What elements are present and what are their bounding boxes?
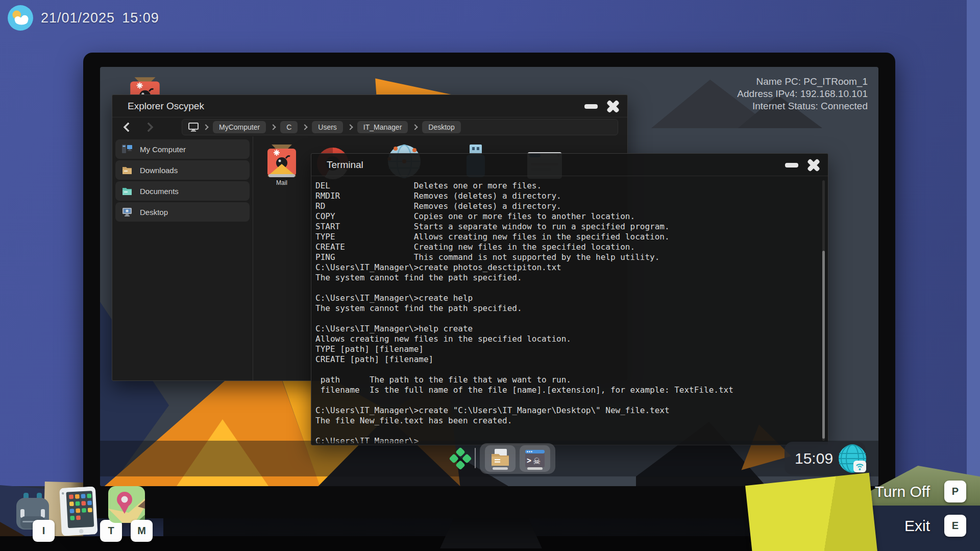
terminal-line: DEL Deletes one or more files.: [315, 181, 818, 191]
terminal-title: Terminal: [327, 159, 363, 171]
hud-time-text: 15:09: [122, 10, 159, 26]
breadcrumb-chevron: [347, 124, 353, 130]
clover-start-icon: [448, 446, 473, 471]
keycap-inventory: I: [33, 520, 55, 542]
tablet-icon: [59, 486, 98, 536]
terminal-line: The file New_file.text has been created.: [315, 416, 818, 426]
breadcrumb-chevron: [412, 124, 418, 130]
map-icon: [108, 486, 145, 523]
globe-wifi-icon: [837, 443, 868, 474]
monitor-bezel: Name PC: PC_ITRoom_1 Address IPv4: 192.1…: [83, 53, 895, 518]
breadcrumb-chevron: [302, 124, 308, 130]
file-item-mail[interactable]: Mail: [260, 139, 303, 186]
svg-text:>: >: [527, 456, 531, 465]
terminal-line: RD Removes (deletes) a directory.: [315, 201, 818, 211]
keycap-letter: E: [952, 520, 959, 532]
pc-screen: Name PC: PC_ITRoom_1 Address IPv4: 192.1…: [100, 67, 878, 486]
terminal-line: [315, 395, 818, 405]
terminal-line: C:\Users\IT_Manager\>create help: [315, 293, 818, 303]
terminal-line: [315, 365, 818, 375]
pc-internet-status: Internet Status: Connected: [737, 100, 868, 112]
terminal-line: RMDIR Removes (deletes) a directory.: [315, 191, 818, 201]
map-button[interactable]: [108, 486, 145, 525]
sticky-note: [745, 473, 878, 551]
minimize-button[interactable]: [584, 104, 598, 109]
internet-status-button[interactable]: [837, 443, 868, 476]
weather-icon: [7, 5, 34, 31]
terminal-line: [315, 426, 818, 436]
terminal-output: DEL Deletes one or more files. RMDIR Rem…: [315, 179, 818, 443]
keycap-exit: E: [944, 515, 966, 537]
sidebar-divider: [253, 136, 253, 380]
terminal-line: C:\Users\IT_Manager\>create photos_desct…: [315, 262, 818, 273]
keycap-map: M: [131, 520, 153, 542]
breadcrumb-item-desktop[interactable]: Desktop: [422, 121, 460, 133]
turn-off-label: Turn Off: [875, 483, 930, 500]
breadcrumb-chevron: [270, 124, 276, 130]
terminal-line: filename Is the full name of the file [n…: [315, 385, 818, 395]
terminal-line: TYPE [path] [filename]: [315, 344, 818, 354]
tablet-button[interactable]: [59, 486, 98, 538]
explorer-sidebar: My Computer Downloads: [115, 139, 250, 223]
wall-edge-band: [967, 0, 980, 551]
terminal-line: C:\Users\IT_Manager\>help create: [315, 324, 818, 334]
sidebar-item-documents[interactable]: Documents: [115, 181, 250, 201]
terminal-scrollbar-thumb[interactable]: [822, 251, 825, 439]
breadcrumb-chevron: [203, 124, 208, 130]
breadcrumb-item-itmanager[interactable]: IT_Manager: [357, 121, 408, 133]
start-button[interactable]: [448, 446, 473, 473]
terminal-line: COPY Copies one or more files to another…: [315, 211, 818, 222]
terminal-line: The system cannot find the path specifie…: [315, 303, 818, 314]
turn-off-button[interactable]: Turn Off: [875, 483, 930, 500]
sidebar-item-downloads[interactable]: Downloads: [115, 160, 250, 180]
breadcrumb-item-mycomputer[interactable]: MyComputer: [213, 121, 266, 133]
explorer-title: Explorer Oscypek: [128, 101, 204, 112]
explorer-navbar: MyComputer C Users IT_Manager Desktop: [112, 118, 627, 136]
close-button[interactable]: [606, 99, 620, 113]
running-indicator: [527, 467, 543, 470]
pc-ip: Address IPv4: 192.168.10.101: [737, 88, 868, 100]
terminal-line: Allows creating new files in the specifi…: [315, 334, 818, 344]
taskbar-app-explorer[interactable]: [485, 445, 516, 472]
terminal-line: path The path to the file that we want t…: [315, 375, 818, 385]
forward-button[interactable]: [143, 122, 154, 132]
close-button[interactable]: [806, 158, 821, 172]
taskbar-separator: [475, 448, 476, 468]
terminal-titlebar[interactable]: Terminal: [311, 154, 828, 176]
taskbar-clock: 15:09: [795, 442, 833, 475]
exit-button[interactable]: Exit: [904, 517, 930, 535]
terminal-line: C:\Users\IT_Manager\>create "C:\Users\IT…: [315, 405, 818, 416]
back-button[interactable]: [123, 122, 133, 132]
taskbar: > ☠ 15:09: [100, 441, 878, 476]
file-label: Mail: [260, 179, 303, 186]
computer-icon: [121, 143, 133, 155]
terminal-line: [315, 283, 818, 293]
downloads-folder-icon: [121, 164, 133, 176]
monitor-stand: [440, 517, 542, 548]
breadcrumb-item-users[interactable]: Users: [312, 121, 343, 133]
minimize-button[interactable]: [785, 163, 798, 167]
keycap-turn-off: P: [944, 481, 966, 502]
keycap-letter: T: [108, 525, 114, 537]
keycap-letter: M: [137, 525, 146, 537]
terminal-line: [315, 314, 818, 324]
mail-bomb-icon: [266, 141, 297, 179]
terminal-line: CREATE [path] [filename]: [315, 354, 818, 365]
terminal-line: CREATE Creating new files in the specifi…: [315, 242, 818, 252]
hud-date-text: 21/01/2025: [41, 10, 115, 26]
breadcrumb-item-c[interactable]: C: [280, 121, 298, 133]
sidebar-label: Desktop: [140, 208, 168, 217]
sidebar-item-my-computer[interactable]: My Computer: [115, 139, 250, 159]
terminal-line: TYPE Allows creating new files in the sp…: [315, 232, 818, 242]
exit-label: Exit: [904, 517, 930, 534]
taskbar-clock-panel: 15:09: [785, 442, 866, 475]
documents-folder-icon: [121, 185, 133, 197]
running-indicator: [493, 467, 508, 470]
sidebar-label: Downloads: [140, 166, 178, 175]
hud-datetime: 21/01/2025 15:09: [7, 5, 159, 31]
explorer-titlebar[interactable]: Explorer Oscypek: [112, 95, 627, 117]
taskbar-app-terminal[interactable]: > ☠: [520, 445, 550, 472]
sidebar-item-desktop[interactable]: Desktop: [115, 202, 250, 222]
desktop-monitor-icon: [121, 206, 133, 218]
game-scene: Name PC: PC_ITRoom_1 Address IPv4: 192.1…: [0, 0, 980, 551]
